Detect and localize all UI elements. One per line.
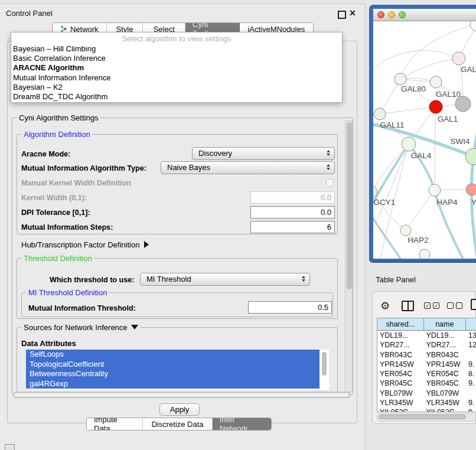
table-row[interactable]: YBL079WYBL079W (377, 389, 476, 398)
network-node-label: GAL10 (436, 90, 461, 99)
table-row[interactable]: YBR043CYBR043C (377, 350, 476, 360)
checked-checkbox-icon[interactable]: ✓ (424, 302, 431, 309)
settings-horizontal-scrollbar[interactable] (13, 392, 351, 398)
table-cell: YDL19... (377, 331, 424, 340)
table-hscrollbar-thumb[interactable] (379, 415, 466, 419)
network-node[interactable] (395, 73, 406, 85)
table-cell: YLR345W (424, 398, 467, 407)
table-cell: 9. (466, 398, 476, 407)
minimize-traffic-light-icon[interactable] (388, 11, 395, 18)
data-attributes-list: SelfLoops TopologicalCoefficient Between… (26, 350, 329, 390)
network-node[interactable] (466, 184, 476, 195)
unchecked-checkbox-icon[interactable] (456, 302, 462, 309)
which-threshold-select[interactable]: MI Threshold (140, 273, 310, 286)
list-item[interactable]: gal4RGexp (26, 379, 319, 389)
table-row[interactable]: YPR145WYPR145W9. (377, 360, 476, 369)
table-row[interactable]: YDR27...YDR27...12 (377, 340, 476, 350)
spinner-arrows-icon (327, 150, 330, 156)
algorithm-option[interactable]: Mutual Information Inference (13, 73, 340, 83)
network-node[interactable] (465, 148, 476, 165)
tab-infer-network[interactable]: Infer Network (213, 418, 271, 430)
unchecked-checkbox-icon[interactable] (447, 302, 454, 309)
table-cell: YDR27... (424, 340, 467, 350)
network-node-label: GAL11 (380, 120, 404, 129)
aracne-mode-select[interactable]: Discovery (192, 147, 335, 160)
zoom-traffic-light-icon[interactable] (399, 11, 406, 18)
table-row[interactable]: YDL19...YDL19...13 (377, 331, 476, 340)
table-cell: YBL079W (424, 389, 467, 398)
network-node[interactable] (374, 108, 386, 120)
manual-kernel-width-label: Manual Kernel Width Definition (21, 179, 131, 187)
network-window-titlebar[interactable] (373, 9, 476, 21)
network-node[interactable] (455, 96, 471, 112)
kernel-width-input[interactable] (250, 191, 335, 204)
network-node[interactable] (402, 137, 416, 151)
column-header-partial[interactable] (466, 318, 476, 330)
list-item[interactable]: SelfLoops (26, 350, 319, 360)
list-item[interactable]: BetweennessCentrality (26, 369, 319, 379)
network-node[interactable] (400, 225, 411, 236)
settings-vertical-scrollbar[interactable] (345, 120, 353, 392)
expand-arrow-icon[interactable] (144, 241, 149, 248)
table-panel-title: Table Panel (376, 275, 416, 284)
float-window-icon[interactable] (338, 11, 346, 19)
network-node[interactable] (419, 249, 430, 259)
hub-definition-toggle[interactable]: Hub/Transcription Factor Definition (21, 240, 149, 249)
mi-algorithm-type-label: Mutual Information Algorithm Type: (21, 164, 146, 172)
table-cell: YER054C (377, 369, 424, 379)
network-node[interactable] (429, 100, 442, 113)
settings-hscrollbar-thumb[interactable] (14, 392, 350, 397)
attributes-scrollbar-thumb[interactable] (322, 352, 327, 376)
collapse-arrow-icon[interactable] (131, 325, 138, 330)
settings-scrollbar-thumb[interactable] (347, 122, 352, 289)
algorithm-option[interactable]: Basic Correlation Inference (13, 54, 340, 63)
sources-title: Sources for Network Inference (22, 323, 140, 332)
manual-kernel-width-checkbox[interactable] (326, 179, 334, 187)
column-header-name[interactable]: name (424, 318, 467, 330)
network-graph[interactable]: GALGAL80GAL10GAL1GAL11GAL4SWI4HAP4YGCY1H… (373, 21, 476, 259)
network-node[interactable] (430, 76, 442, 88)
kernel-width-label: Kernel Width (0,1): (21, 194, 87, 202)
minimized-panel-icon[interactable] (5, 444, 15, 450)
network-node[interactable] (470, 21, 476, 31)
algorithm-option[interactable]: Bayesian – K2 (13, 83, 340, 92)
network-node[interactable] (429, 184, 441, 196)
gear-icon[interactable]: ⚙ (380, 299, 390, 312)
table-row[interactable]: YIL052CYIL052C9. (377, 407, 476, 412)
close-icon[interactable]: ✕ (349, 8, 356, 18)
tab-discretize-data[interactable]: Discretize Data (143, 418, 212, 430)
split-columns-icon[interactable] (402, 301, 414, 311)
algorithm-option[interactable]: Bayesian – Hill Climbing (13, 44, 340, 54)
mi-algorithm-type-select[interactable]: Naive Bayes (161, 161, 335, 174)
control-panel-title: Control Panel (6, 9, 53, 18)
algorithm-option[interactable]: Dream8 DC_TDC Algorithm (13, 92, 340, 102)
bottom-tabbar: Impute Data Discretize Data Infer Networ… (86, 418, 272, 431)
dpi-tolerance-input[interactable] (250, 206, 335, 219)
aracne-mode-label: Aracne Mode: (21, 150, 70, 158)
mi-steps-label: Mutual Information Steps: (21, 223, 113, 231)
column-header-shared[interactable]: shared... (377, 318, 424, 330)
checked-checkbox-icon[interactable]: ✓ (433, 302, 439, 309)
network-node-label: HAP2 (407, 236, 428, 244)
network-node[interactable] (452, 52, 465, 65)
table-row[interactable]: YLR345WYLR345W9. (377, 398, 476, 407)
table-row[interactable]: YER054CYER054C8. (377, 369, 476, 379)
list-item[interactable]: TopologicalCoefficient (26, 360, 319, 370)
table-cell: YDR27... (377, 340, 424, 350)
table-cell: YLR345W (377, 398, 424, 407)
spinner-arrows-icon (302, 276, 305, 282)
mi-steps-input[interactable] (250, 221, 335, 233)
algorithm-dropdown-popup: Select algorithm to view settings Bayesi… (11, 32, 343, 103)
close-traffic-light-icon[interactable] (377, 11, 384, 18)
tab-impute-data[interactable]: Impute Data (87, 418, 143, 430)
apply-button[interactable]: Apply (159, 403, 200, 416)
table-horizontal-scrollbar[interactable] (377, 413, 476, 422)
document-icon[interactable] (471, 299, 476, 310)
table-row[interactable]: YBR045CYBR045C9. (377, 379, 476, 388)
algorithm-option[interactable]: ARACNE Algorithm (13, 63, 340, 73)
mi-threshold-input[interactable] (248, 301, 332, 314)
table-cell: YBR045C (377, 379, 424, 388)
node-table: shared... name YDL19...YDL19...13YDR27..… (377, 318, 476, 412)
algorithm-definition-title: Algorithm Definition (22, 130, 92, 139)
network-canvas[interactable]: GALGAL80GAL10GAL1GAL11GAL4SWI4HAP4YGCY1H… (373, 21, 476, 259)
